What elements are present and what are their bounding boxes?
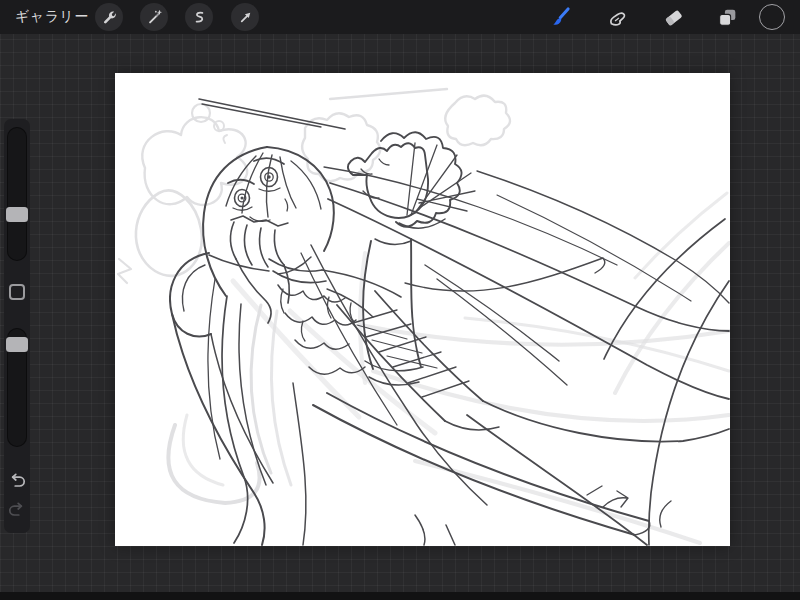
magic-wand-icon xyxy=(146,9,163,26)
erase-tool-button[interactable] xyxy=(659,3,687,31)
selection-s-icon xyxy=(191,9,208,26)
transform-arrow-icon xyxy=(237,9,254,26)
eraser-icon xyxy=(662,6,685,29)
undo-button[interactable] xyxy=(7,470,27,490)
transform-button[interactable] xyxy=(231,3,259,31)
drawing-canvas[interactable] xyxy=(115,73,730,546)
smudge-finger-icon xyxy=(606,6,629,29)
color-circle-icon[interactable] xyxy=(759,4,785,30)
selection-button[interactable] xyxy=(185,3,213,31)
opacity-slider-handle[interactable] xyxy=(6,337,28,352)
undo-icon xyxy=(7,470,27,490)
side-controls-panel xyxy=(4,119,30,533)
gallery-button[interactable]: ギャラリー xyxy=(15,8,89,26)
brush-size-slider-handle[interactable] xyxy=(6,207,28,222)
opacity-slider[interactable] xyxy=(7,328,27,447)
modify-button[interactable] xyxy=(9,284,25,300)
actions-button[interactable] xyxy=(95,3,123,31)
bottom-edge-bar xyxy=(0,592,800,600)
smudge-tool-button[interactable] xyxy=(603,3,631,31)
top-toolbar: ギャラリー xyxy=(0,0,800,34)
brush-icon xyxy=(548,5,572,29)
layers-icon xyxy=(716,6,739,29)
redo-icon xyxy=(7,499,27,519)
artwork-sketch xyxy=(115,73,730,546)
redo-button[interactable] xyxy=(7,499,27,519)
adjustments-button[interactable] xyxy=(140,3,168,31)
layers-button[interactable] xyxy=(713,3,741,31)
paint-tool-button[interactable] xyxy=(546,3,574,31)
wrench-icon xyxy=(101,9,118,26)
brush-size-slider[interactable] xyxy=(7,127,27,261)
